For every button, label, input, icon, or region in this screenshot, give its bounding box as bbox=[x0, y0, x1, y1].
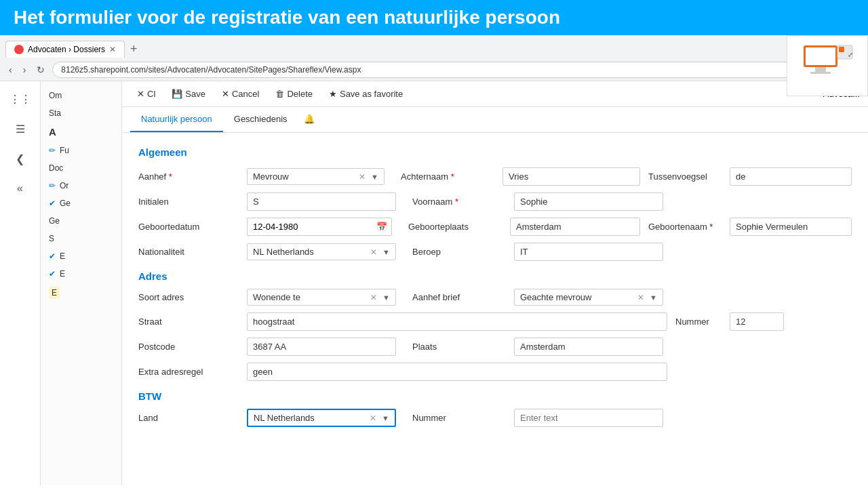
sidebar-item-ge1-icon: ✔ bbox=[49, 199, 56, 208]
apps-icon[interactable]: ⋮⋮ bbox=[8, 87, 33, 111]
svg-rect-5 bbox=[839, 47, 844, 52]
app-shell: ⋮⋮ ☰ ❮ « Om Sta A ✏ Fu Doc ✏ Or ✔ Ge bbox=[0, 81, 868, 485]
sidebar-item-e3-label: E bbox=[49, 287, 60, 299]
tussenvoegsel-input[interactable] bbox=[730, 167, 852, 186]
achternaam-input[interactable] bbox=[502, 167, 640, 186]
delete-button[interactable]: 🗑 Delete bbox=[269, 85, 319, 102]
nummer-input[interactable] bbox=[730, 312, 784, 331]
aanhef-label: Aanhef * bbox=[138, 171, 247, 182]
postcode-input[interactable] bbox=[247, 338, 396, 356]
voornaam-input[interactable] bbox=[514, 192, 663, 211]
tab-natuurlijk-persoon[interactable]: Natuurlijk persoon bbox=[130, 107, 223, 132]
nationaliteit-select[interactable]: NL Netherlands ✕ ▼ bbox=[247, 243, 396, 260]
aanhef-brief-select[interactable]: Geachte mevrouw ✕ ▼ bbox=[514, 289, 663, 306]
nationaliteit-label: Nationaliteit bbox=[138, 247, 247, 257]
chevron-left-icon[interactable]: ❮ bbox=[8, 146, 33, 171]
row-land: Land NL Netherlands ✕ ▼ Nummer bbox=[138, 409, 852, 427]
sidebar-item-fu[interactable]: ✏ Fu bbox=[41, 142, 121, 159]
sidebar-item-sta[interactable]: Sta bbox=[41, 104, 121, 122]
close-button[interactable]: ✕ Cl bbox=[130, 85, 162, 102]
tab-notifications[interactable]: 🔔 bbox=[298, 107, 320, 132]
aanhef-brief-label: Aanhef brief bbox=[412, 292, 514, 302]
tab-geschiedenis[interactable]: Geschiedenis bbox=[223, 107, 298, 132]
sidebar-item-a-label: A bbox=[49, 126, 56, 138]
nationaliteit-arrow-icon[interactable]: ▼ bbox=[380, 248, 393, 256]
calendar-icon[interactable]: 📅 bbox=[372, 219, 391, 235]
geboortenaam-input[interactable] bbox=[730, 218, 852, 236]
extra-adresregel-input[interactable] bbox=[247, 363, 667, 381]
browser-tab[interactable]: Advocaten › Dossiers ✕ bbox=[5, 41, 125, 58]
tab-close-icon[interactable]: ✕ bbox=[109, 45, 116, 54]
sidebar-item-doc[interactable]: Doc bbox=[41, 159, 121, 177]
soort-adres-label: Soort adres bbox=[138, 292, 247, 302]
toolbar: ✕ Cl 💾 Save ✕ Cancel 🗑 Delete ★ Save as … bbox=[122, 81, 868, 107]
land-clear-icon[interactable]: ✕ bbox=[367, 413, 379, 423]
aanhef-field: Mevrouw ✕ ▼ bbox=[247, 168, 384, 185]
sidebar-item-or-icon: ✏ bbox=[49, 181, 56, 190]
soort-adres-arrow-icon[interactable]: ▼ bbox=[380, 293, 393, 302]
sidebar-item-om[interactable]: Om bbox=[41, 87, 121, 104]
back-button[interactable]: ‹ bbox=[5, 63, 16, 77]
aanhef-brief-arrow-icon[interactable]: ▼ bbox=[647, 293, 660, 302]
land-arrow-icon[interactable]: ▼ bbox=[379, 414, 392, 422]
monitor-svg: ⤢ bbox=[800, 42, 854, 89]
sidebar-item-e1[interactable]: ✔ E bbox=[41, 247, 121, 265]
sidebar-item-ge1-label: Ge bbox=[60, 199, 71, 208]
svg-text:⤢: ⤢ bbox=[848, 51, 853, 58]
forward-button[interactable]: › bbox=[20, 63, 30, 77]
tab-label: Advocaten › Dossiers bbox=[28, 45, 105, 54]
initialen-input[interactable] bbox=[247, 192, 396, 211]
sidebar-item-fu-label: Fu bbox=[60, 146, 69, 155]
geboorteplaats-label: Geboorteplaats bbox=[408, 222, 510, 232]
close-icon: ✕ bbox=[137, 89, 144, 99]
date-wrapper: 📅 bbox=[247, 218, 392, 236]
soort-adres-clear-icon[interactable]: ✕ bbox=[368, 293, 380, 302]
nationaliteit-clear-icon[interactable]: ✕ bbox=[368, 247, 380, 257]
nummer2-input[interactable] bbox=[514, 409, 663, 427]
sidebar-item-s[interactable]: S bbox=[41, 230, 121, 247]
plaats-input[interactable] bbox=[514, 338, 663, 356]
aanhef-select[interactable]: Mevrouw ✕ ▼ bbox=[247, 168, 384, 185]
cancel-button[interactable]: ✕ Cancel bbox=[215, 85, 266, 102]
new-tab-button[interactable]: + bbox=[127, 39, 140, 59]
favorite-button[interactable]: ★ Save as favorite bbox=[322, 85, 410, 102]
sidebar-item-ge1[interactable]: ✔ Ge bbox=[41, 195, 121, 212]
aanhef-clear-icon[interactable]: ✕ bbox=[356, 172, 368, 182]
plaats-label: Plaats bbox=[412, 342, 514, 352]
aanhef-brief-clear-icon[interactable]: ✕ bbox=[635, 293, 647, 302]
land-select[interactable]: NL Netherlands ✕ ▼ bbox=[247, 409, 396, 427]
land-value: NL Netherlands bbox=[254, 413, 367, 423]
nummer2-label: Nummer bbox=[412, 413, 514, 423]
row-extra-adresregel: Extra adresregel bbox=[138, 363, 852, 381]
geboorteplaats-input[interactable] bbox=[510, 218, 640, 236]
tussenvoegsel-field bbox=[730, 167, 852, 186]
soort-adres-value: Wonende te bbox=[253, 292, 368, 302]
postcode-field bbox=[247, 338, 396, 356]
left-sidebar: ⋮⋮ ☰ ❮ « bbox=[0, 81, 41, 485]
sidebar-item-e1-label: E bbox=[60, 251, 65, 261]
sidebar-item-e3[interactable]: E bbox=[41, 283, 121, 303]
aanhef-value: Mevrouw bbox=[253, 171, 356, 182]
sidebar-item-a[interactable]: A bbox=[41, 122, 121, 142]
address-input[interactable] bbox=[52, 62, 863, 78]
aanhef-arrow-icon[interactable]: ▼ bbox=[368, 173, 381, 181]
postcode-label: Postcode bbox=[138, 342, 247, 352]
beroep-input[interactable] bbox=[514, 243, 663, 261]
chevron-double-left-icon[interactable]: « bbox=[8, 176, 33, 201]
save-button[interactable]: 💾 Save bbox=[165, 85, 212, 102]
delete-icon: 🗑 bbox=[275, 89, 284, 99]
geboortedatum-input[interactable] bbox=[248, 218, 372, 235]
bell-icon: 🔔 bbox=[304, 114, 315, 124]
sidebar-item-or[interactable]: ✏ Or bbox=[41, 177, 121, 195]
sidebar-item-ge2[interactable]: Ge bbox=[41, 212, 121, 230]
menu-icon[interactable]: ☰ bbox=[8, 117, 33, 141]
voornaam-field bbox=[514, 192, 663, 211]
secondary-sidebar: Om Sta A ✏ Fu Doc ✏ Or ✔ Ge Ge S ✔ bbox=[41, 81, 122, 485]
sidebar-item-e2[interactable]: ✔ E bbox=[41, 265, 121, 283]
main-content: ✕ Cl 💾 Save ✕ Cancel 🗑 Delete ★ Save as … bbox=[122, 81, 868, 485]
sidebar-item-sta-label: Sta bbox=[49, 108, 61, 118]
soort-adres-select[interactable]: Wonende te ✕ ▼ bbox=[247, 289, 396, 306]
sidebar-item-s-label: S bbox=[49, 234, 54, 243]
refresh-button[interactable]: ↻ bbox=[33, 63, 48, 77]
straat-input[interactable] bbox=[247, 312, 667, 331]
